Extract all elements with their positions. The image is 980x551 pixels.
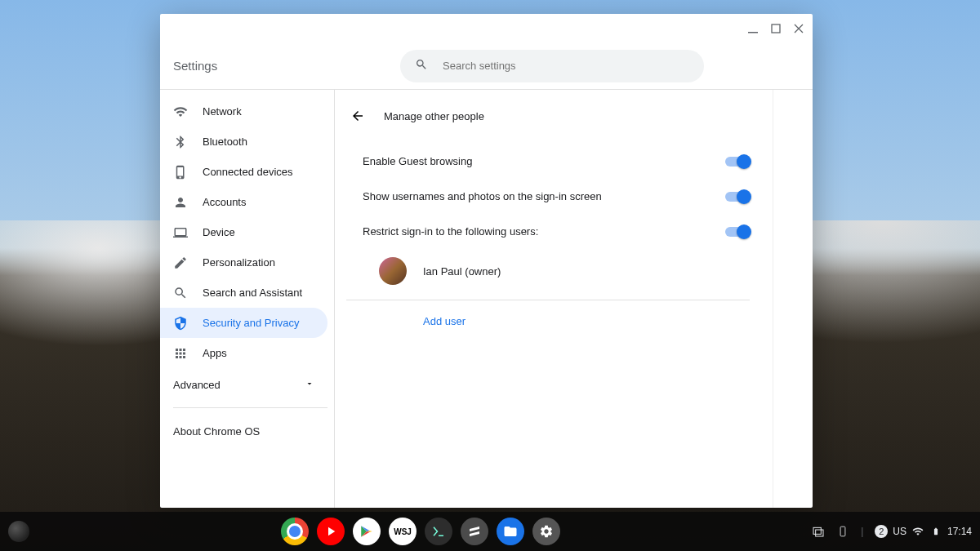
app-sublime[interactable]: [461, 518, 488, 545]
toggle-show-usernames[interactable]: [725, 192, 750, 202]
sidebar-item-device[interactable]: Device: [160, 217, 327, 247]
app-play-store[interactable]: [353, 518, 381, 545]
setting-restrict-signin: Restrict sign-in to the following users:: [346, 214, 750, 249]
clock: 17:14: [947, 526, 972, 537]
search-icon: [415, 58, 428, 74]
settings-window: Settings Network Bluetooth Connected dev…: [160, 14, 813, 508]
setting-label: Restrict sign-in to the following users:: [363, 225, 538, 238]
sidebar-item-network[interactable]: Network: [160, 96, 327, 127]
sidebar-item-label: Device: [203, 226, 235, 238]
page-title: Manage other people: [384, 110, 484, 122]
status-area[interactable]: 2 US 17:14: [875, 525, 972, 538]
toggle-guest-browsing[interactable]: [725, 157, 750, 167]
app-settings[interactable]: [532, 518, 560, 545]
sidebar-advanced[interactable]: Advanced: [160, 368, 327, 401]
svg-rect-1: [772, 24, 780, 33]
sidebar-item-search-assistant[interactable]: Search and Assistant: [160, 278, 327, 308]
language-indicator: US: [893, 526, 906, 537]
search-bar[interactable]: [400, 50, 704, 82]
phone-tray-icon[interactable]: [836, 525, 849, 538]
sidebar: Network Bluetooth Connected devices Acco…: [160, 90, 335, 508]
minimize-button[interactable]: [747, 23, 759, 34]
about-label: About Chrome OS: [173, 425, 260, 438]
sidebar-item-security-privacy[interactable]: Security and Privacy: [160, 308, 327, 338]
user-row: Ian Paul (owner): [346, 249, 750, 300]
grid-icon: [173, 346, 188, 361]
setting-show-usernames: Show usernames and photos on the sign-in…: [346, 179, 750, 214]
shelf: WSJ | 2 US 17:14: [0, 512, 980, 551]
launcher-button[interactable]: [8, 521, 29, 542]
wifi-icon: [173, 104, 188, 119]
sidebar-item-label: Bluetooth: [203, 136, 247, 148]
sidebar-item-connected-devices[interactable]: Connected devices: [160, 157, 327, 187]
shelf-apps: WSJ: [29, 518, 812, 545]
shield-icon: [173, 316, 188, 331]
svg-rect-3: [816, 530, 823, 536]
app-title: Settings: [173, 59, 333, 73]
sidebar-item-bluetooth[interactable]: Bluetooth: [160, 127, 327, 157]
app-terminal[interactable]: [425, 518, 452, 545]
app-wsj[interactable]: WSJ: [389, 518, 416, 545]
advanced-label: Advanced: [173, 379, 220, 391]
sidebar-item-label: Connected devices: [203, 166, 293, 178]
content: Manage other people Enable Guest browsin…: [335, 90, 773, 508]
setting-label: Show usernames and photos on the sign-in…: [363, 190, 602, 202]
add-user-button[interactable]: Add user: [346, 300, 750, 327]
sidebar-item-label: Security and Privacy: [203, 317, 300, 329]
sidebar-item-label: Search and Assistant: [203, 287, 302, 299]
user-name: Ian Paul (owner): [423, 265, 501, 278]
sidebar-about[interactable]: About Chrome OS: [160, 415, 327, 447]
setting-label: Enable Guest browsing: [363, 155, 472, 167]
sidebar-item-label: Network: [203, 105, 242, 118]
page-header: Manage other people: [346, 100, 750, 132]
notification-count: 2: [875, 525, 888, 538]
sidebar-item-accounts[interactable]: Accounts: [160, 187, 327, 217]
divider: [173, 407, 327, 408]
app-chrome[interactable]: [281, 518, 309, 545]
app-files[interactable]: [497, 518, 524, 545]
sidebar-item-label: Personalization: [203, 256, 275, 269]
sidebar-item-label: Accounts: [203, 196, 246, 208]
back-button[interactable]: [346, 104, 369, 127]
system-tray[interactable]: | 2 US 17:14: [812, 525, 972, 538]
sidebar-item-apps[interactable]: Apps: [160, 338, 327, 368]
setting-guest-browsing: Enable Guest browsing: [346, 144, 750, 179]
battery-tray-icon: [929, 525, 942, 538]
laptop-icon: [173, 225, 188, 240]
person-icon: [173, 195, 188, 210]
app-youtube[interactable]: [317, 518, 345, 545]
avatar: [379, 257, 407, 285]
sidebar-item-label: Apps: [203, 347, 227, 359]
svg-rect-0: [748, 32, 758, 33]
window-titlebar: [160, 14, 813, 42]
pen-icon: [173, 256, 188, 270]
search-input[interactable]: [443, 60, 689, 72]
header: Settings: [160, 42, 813, 90]
bluetooth-icon: [173, 135, 188, 149]
svg-rect-4: [840, 527, 845, 536]
svg-rect-2: [813, 527, 821, 534]
close-button[interactable]: [793, 23, 804, 34]
phone-icon: [173, 165, 188, 180]
screenshot-icon[interactable]: [812, 525, 825, 538]
search-icon: [173, 286, 188, 300]
wifi-tray-icon: [911, 525, 924, 538]
toggle-restrict-signin[interactable]: [725, 227, 750, 237]
chevron-down-icon: [305, 379, 314, 391]
maximize-button[interactable]: [770, 23, 782, 34]
sidebar-item-personalization[interactable]: Personalization: [160, 247, 327, 278]
